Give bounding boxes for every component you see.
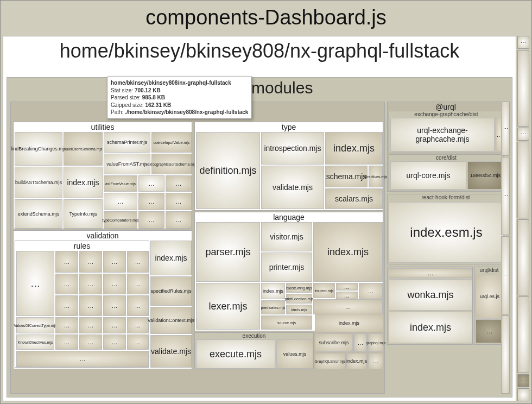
- graphql-group[interactable]: graphql utilities findBreakingChanges.mj…: [10, 102, 385, 394]
- cell-execute[interactable]: execute.mjs: [196, 339, 275, 369]
- cell-dots-r13[interactable]: …: [127, 295, 149, 316]
- cell-rhf-index[interactable]: index.esm.js: [389, 202, 504, 263]
- cell-dots-r9[interactable]: …: [127, 274, 149, 294]
- rules-group[interactable]: rules … … … … … … … … … … … … …: [15, 241, 149, 368]
- rail-item[interactable]: [517, 142, 529, 218]
- cell-introspection[interactable]: introspection.mjs: [261, 132, 324, 165]
- urql-exch-group[interactable]: exchange-graphcache/dist urql-exchange-g…: [389, 111, 504, 153]
- cell-printer[interactable]: printer.mjs: [261, 252, 312, 282]
- cell-blockstring[interactable]: blockString.mjs: [286, 283, 312, 293]
- cell-index-graphql[interactable]: index.mjs: [315, 314, 383, 332]
- cell-dots-r7[interactable]: …: [79, 274, 102, 294]
- cell-predicates[interactable]: predicates.mjs: [261, 300, 285, 314]
- execution-group[interactable]: execution execute.mjs values.mjs: [194, 332, 314, 369]
- cell-inspect[interactable]: inspect.mjs: [313, 283, 335, 298]
- cell-graphqlmjs[interactable]: graphql.mjs: [368, 333, 383, 352]
- rhf-group[interactable]: react-hook-form/dist index.esm.js: [387, 194, 504, 264]
- cell-validate-type[interactable]: validate.mjs: [261, 166, 324, 209]
- cell-knowndir[interactable]: KnownDirectives.mjs: [16, 334, 54, 350]
- cell-dots-r21[interactable]: …: [127, 334, 149, 350]
- cell-dots-u4[interactable]: …: [138, 193, 164, 210]
- fullstack-group[interactable]: home/bkinsey/bkinsey808/nx-graphql-fulls…: [3, 36, 516, 401]
- wonka-group[interactable]: … wonka.mjs index.mjs: [387, 267, 473, 345]
- cell-urql-18e[interactable]: 18ee0d5c.mjs: [467, 161, 503, 190]
- cell-dots-u3[interactable]: …: [104, 193, 137, 210]
- cell-dots-r19[interactable]: …: [79, 334, 102, 350]
- rail-item[interactable]: ⋯: [517, 128, 529, 141]
- validation-group[interactable]: validation rules … … … … … … … … … … …: [13, 230, 192, 369]
- cell-dots-r6[interactable]: …: [55, 274, 78, 294]
- rail-item[interactable]: ⋯: [501, 236, 510, 314]
- cell-findbreakingchanges[interactable]: findBreakingChanges.mjs: [15, 132, 62, 166]
- cell-index-type[interactable]: index.mjs: [325, 132, 383, 165]
- cell-dots-r2[interactable]: …: [55, 251, 78, 273]
- rail-item[interactable]: [501, 315, 510, 394]
- cell-index-utilities[interactable]: index.mjs: [64, 167, 103, 198]
- cell-subscribe[interactable]: subscribe.mjs: [315, 333, 353, 352]
- cell-dots-r4[interactable]: …: [103, 251, 126, 273]
- cell-dots-g1[interactable]: …: [354, 333, 367, 352]
- cell-dots-r8[interactable]: …: [103, 274, 126, 294]
- rail-item[interactable]: [517, 219, 529, 296]
- cell-validate-v[interactable]: validate.mjs: [150, 335, 192, 368]
- cell-index-language2[interactable]: index.mjs: [261, 283, 285, 299]
- urql-group[interactable]: @urql exchange-graphcache/dist urql-exch…: [387, 102, 504, 192]
- rail-item[interactable]: [517, 296, 529, 373]
- rail-item[interactable]: ⋯: [517, 374, 529, 387]
- cell-gqlerr[interactable]: GraphQLError.mjs: [315, 353, 345, 369]
- cell-dots-ud[interactable]: …: [476, 319, 504, 343]
- cell-index-language[interactable]: index.mjs: [313, 222, 383, 282]
- cell-dots-r14[interactable]: …: [55, 317, 78, 333]
- cell-definition[interactable]: definition.mjs: [196, 132, 260, 209]
- cell-dots-r3[interactable]: …: [79, 251, 102, 273]
- cell-dots-r12[interactable]: …: [103, 295, 126, 316]
- cell-dots-r1[interactable]: …: [16, 251, 54, 316]
- cell-lexico[interactable]: lexicographicSortSchema.mjs: [151, 154, 192, 174]
- cell-dots-l4[interactable]: …: [313, 299, 383, 314]
- cell-dots-u7[interactable]: …: [166, 211, 192, 229]
- rail-item[interactable]: [517, 388, 529, 401]
- cell-buildast[interactable]: buildASTSchema.mjs: [15, 167, 62, 198]
- rail-item[interactable]: ⋯: [517, 36, 529, 49]
- rail-item[interactable]: ⋯: [501, 157, 510, 235]
- utilities-group[interactable]: utilities findBreakingChanges.mjs buildC…: [13, 122, 192, 229]
- cell-valuesofcorrect[interactable]: ValuesOfCorrectType.mjs: [16, 317, 54, 333]
- cell-specrules[interactable]: specifiedRules.mjs: [150, 276, 192, 306]
- cell-lexer[interactable]: lexer.mjs: [196, 283, 260, 330]
- cell-dots-u2[interactable]: …: [166, 175, 192, 192]
- urql-dist-group[interactable]: urql/dist urql.es.js …: [474, 267, 504, 345]
- cell-dots-u1[interactable]: …: [138, 175, 164, 192]
- cell-dots-r20[interactable]: …: [103, 334, 126, 350]
- node-modules-group[interactable]: node_modules graphql utilities findBreak…: [7, 77, 512, 397]
- cell-dots-r11[interactable]: …: [79, 295, 102, 316]
- cell-dots-u5[interactable]: …: [166, 193, 192, 210]
- cell-schema[interactable]: schema.mjs: [325, 166, 368, 187]
- cell-dots-l2[interactable]: …: [336, 292, 358, 299]
- cell-parser[interactable]: parser.mjs: [196, 222, 260, 282]
- cell-dots-r10[interactable]: …: [55, 295, 78, 316]
- cell-dots-l1[interactable]: …: [336, 283, 358, 291]
- cell-dots-l3[interactable]: …: [359, 283, 383, 299]
- cell-extendschema[interactable]: extendSchema.mjs: [15, 199, 62, 229]
- rail-item[interactable]: [517, 50, 529, 127]
- cell-kinds[interactable]: kinds.mjs: [286, 305, 312, 314]
- cell-printloc[interactable]: printLocation.mjs: [286, 294, 312, 304]
- cell-dots-g2[interactable]: …: [368, 353, 383, 369]
- cell-valuefromast[interactable]: valueFromAST.mjs: [104, 154, 150, 174]
- cell-dots-r5[interactable]: …: [127, 251, 149, 273]
- cell-schemaprinter[interactable]: schemaPrinter.mjs: [104, 132, 150, 153]
- rail-item[interactable]: ⋯: [501, 102, 510, 156]
- cell-dots-r22[interactable]: …: [16, 351, 149, 367]
- cell-values[interactable]: values.mjs: [276, 339, 313, 369]
- cell-astfromvalue[interactable]: astFromValue.mjs: [104, 175, 137, 192]
- cell-source[interactable]: source.mjs: [261, 315, 312, 330]
- cell-dots-u6[interactable]: …: [138, 211, 164, 229]
- cell-directives[interactable]: directives.mjs: [369, 166, 383, 187]
- cell-index-validation[interactable]: index.mjs: [150, 241, 192, 275]
- type-group[interactable]: type definition.mjs introspection.mjs in…: [194, 122, 383, 211]
- cell-scalars[interactable]: scalars.mjs: [325, 188, 383, 209]
- cell-visitor[interactable]: visitor.mjs: [261, 222, 312, 251]
- cell-wonka[interactable]: wonka.mjs: [389, 279, 472, 311]
- cell-wonka-index[interactable]: index.mjs: [389, 312, 472, 343]
- cell-dots-w[interactable]: …: [389, 268, 472, 278]
